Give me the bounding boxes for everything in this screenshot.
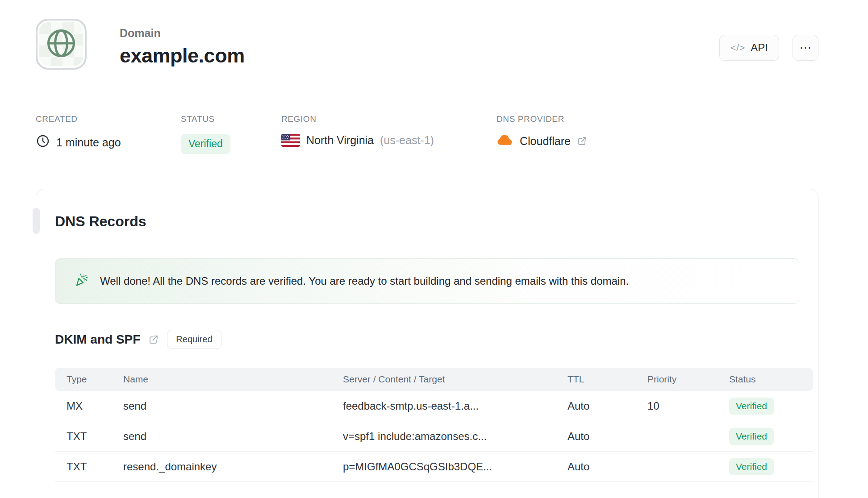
card-title: DNS Records: [55, 213, 799, 230]
col-status: Status: [729, 374, 801, 385]
created-label: CREATED: [36, 114, 121, 124]
col-type: Type: [67, 374, 123, 385]
dkim-external-link-icon[interactable]: [148, 334, 159, 345]
cell-content: feedback-smtp.us-east-1.a...: [343, 400, 568, 412]
cell-type: TXT: [67, 430, 123, 443]
page-title: example.com: [120, 44, 245, 67]
table-body: MX send feedback-smtp.us-east-1.a... Aut…: [55, 391, 813, 482]
cell-ttl: Auto: [568, 461, 647, 473]
cell-content: p=MIGfMA0GCSqGSIb3DQE...: [343, 461, 568, 473]
more-button[interactable]: ⋯: [793, 35, 818, 61]
region-code: (us-east-1): [380, 134, 434, 147]
ellipsis-icon: ⋯: [800, 41, 812, 55]
domain-avatar: [36, 19, 87, 70]
col-content: Server / Content / Target: [343, 374, 568, 385]
code-icon: </>: [730, 42, 745, 53]
cell-status: Verified: [729, 398, 801, 415]
title-block: Domain example.com: [120, 27, 245, 67]
col-name: Name: [123, 374, 343, 385]
party-popper-icon: [74, 273, 88, 289]
cell-name: send: [123, 430, 343, 443]
us-flag-icon: [281, 134, 300, 147]
cell-ttl: Auto: [568, 430, 647, 443]
dns-provider-label: DNS PROVIDER: [497, 114, 588, 124]
dns-provider-value: Cloudflare: [520, 135, 571, 148]
created-value: 1 minute ago: [56, 136, 121, 149]
meta-region: REGION: [281, 114, 434, 147]
cloudflare-icon: [497, 134, 513, 148]
globe-icon: [44, 26, 78, 62]
table-row: TXT send v=spf1 include:amazonses.c... A…: [55, 421, 813, 452]
row-status-badge: Verified: [729, 428, 774, 445]
cell-content: v=spf1 include:amazonses.c...: [343, 430, 568, 443]
cell-type: MX: [67, 400, 123, 412]
status-badge: Verified: [181, 134, 230, 154]
required-badge: Required: [167, 330, 221, 349]
page-kicker: Domain: [120, 27, 245, 40]
api-button[interactable]: </> API: [719, 35, 779, 61]
meta-dns-provider: DNS PROVIDER Cloudflare: [497, 114, 588, 148]
domain-detail-page: Domain example.com </> API ⋯ CREATED 1 m…: [0, 0, 868, 498]
meta-created: CREATED 1 minute ago: [36, 114, 121, 151]
row-status-badge: Verified: [729, 458, 774, 475]
api-button-label: API: [751, 42, 768, 54]
cell-name: resend._domainkey: [123, 461, 343, 473]
domain-avatar-bg: [39, 22, 83, 66]
external-link-icon[interactable]: [577, 136, 588, 146]
success-banner: Well done! All the DNS records are verif…: [55, 258, 799, 304]
meta-row: CREATED 1 minute ago STATUS Verified REG…: [0, 114, 868, 159]
dkim-spf-title: DKIM and SPF: [55, 332, 140, 347]
col-priority: Priority: [647, 374, 729, 385]
dns-records-card: DNS Records Well done! All the DNS recor…: [36, 189, 818, 498]
cell-type: TXT: [67, 461, 123, 473]
cell-status: Verified: [729, 458, 801, 475]
card-notch: [33, 208, 40, 234]
region-label: REGION: [281, 114, 434, 124]
banner-text: Well done! All the DNS records are verif…: [100, 275, 629, 287]
cell-status: Verified: [729, 428, 801, 445]
clock-icon: [36, 134, 50, 151]
cell-priority: 10: [647, 400, 729, 412]
header-actions: </> API ⋯: [719, 35, 818, 61]
status-label: STATUS: [181, 114, 230, 124]
dns-table: Type Name Server / Content / Target TTL …: [55, 368, 813, 482]
region-name: North Virginia: [306, 134, 374, 147]
dns-table-header: Type Name Server / Content / Target TTL …: [55, 368, 813, 391]
dkim-spf-section-head: DKIM and SPF Required: [55, 330, 799, 349]
cell-name: send: [123, 400, 343, 412]
meta-status: STATUS Verified: [181, 114, 230, 154]
row-status-badge: Verified: [729, 398, 774, 415]
table-row: TXT resend._domainkey p=MIGfMA0GCSqGSIb3…: [55, 452, 813, 482]
cell-ttl: Auto: [568, 400, 647, 412]
col-ttl: TTL: [568, 374, 647, 385]
table-row: MX send feedback-smtp.us-east-1.a... Aut…: [55, 391, 813, 421]
